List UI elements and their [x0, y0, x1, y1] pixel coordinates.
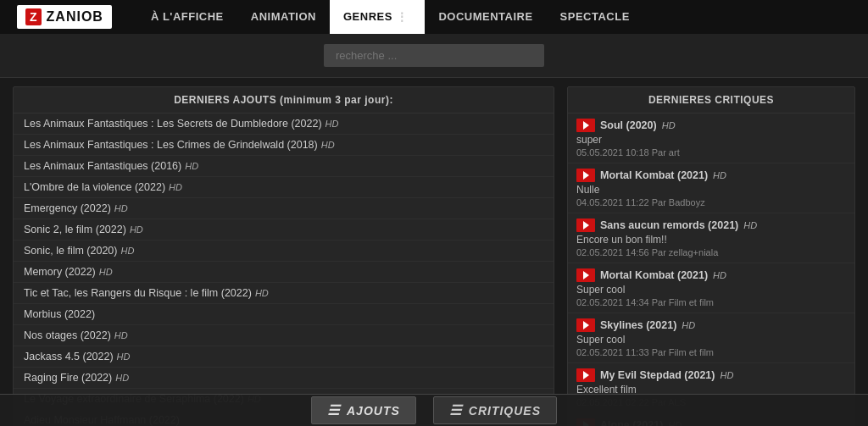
movie-thumbnail [576, 169, 595, 182]
list-item[interactable]: Sonic, le film (2020)HD [14, 241, 554, 262]
list-item[interactable]: Memory (2022)HD [14, 262, 554, 283]
critique-movie-row: Mortal Kombat (2021) HD [576, 268, 846, 282]
critique-movie-title[interactable]: Mortal Kombat (2021) [600, 169, 708, 181]
ajouts-button[interactable]: ☰ AJOUTS [311, 396, 416, 424]
hd-badge: HD [114, 330, 128, 340]
critique-comment: Nulle [576, 184, 846, 196]
critique-item: Sans aucun remords (2021) HD Encore un b… [568, 213, 854, 263]
critique-movie-title[interactable]: Soul (2020) [600, 119, 657, 131]
nav-item-affiche[interactable]: À L'AFFICHE [137, 0, 237, 34]
hd-badge: HD [720, 370, 733, 380]
ajouts-label: AJOUTS [347, 404, 400, 418]
list-item[interactable]: Emergency (2022)HD [14, 198, 554, 219]
logo-icon: Z [25, 8, 42, 25]
movie-title: Sonic 2, le film (2022) [24, 224, 126, 235]
hd-badge: HD [321, 140, 335, 150]
movie-title: Les Animaux Fantastiques : Les Secrets d… [24, 118, 322, 130]
nav-item-genres[interactable]: GENRES ⋮ [330, 0, 425, 34]
critique-meta: 05.05.2021 10:18 Par art [576, 147, 846, 158]
list-item[interactable]: L'Ombre de la violence (2022)HD [14, 177, 554, 198]
nav-item-animation[interactable]: ANIMATION [237, 0, 330, 34]
logo[interactable]: Z ZANIOB [17, 5, 112, 29]
nav-item-spectacle[interactable]: SPECTACLE [547, 0, 643, 34]
hd-badge: HD [713, 170, 726, 180]
nav-genres-dots: ⋮ [392, 0, 412, 34]
play-icon [583, 221, 589, 230]
critique-meta: 02.05.2021 14:56 Par zellag+niala [576, 247, 846, 257]
list-item[interactable]: Nos otages (2022)HD [14, 325, 554, 346]
hd-badge: HD [130, 224, 143, 235]
critique-movie-title[interactable]: My Evil Stepdad (2021) [600, 369, 715, 381]
ajouts-icon: ☰ [327, 402, 340, 418]
list-item[interactable]: Sonic 2, le film (2022)HD [14, 219, 554, 241]
movie-title: L'Ombre de la violence (2022) [24, 181, 165, 193]
critique-movie-row: Mortal Kombat (2021) HD [576, 169, 846, 182]
critique-item: Mortal Kombat (2021) HD Nulle 04.05.2021… [568, 163, 854, 213]
critique-movie-title[interactable]: Sans aucun remords (2021) [600, 219, 738, 231]
movie-thumbnail [576, 219, 595, 232]
logo-text: ZANIOB [47, 9, 103, 25]
list-item[interactable]: Morbius (2022) [14, 304, 554, 325]
movie-thumbnail [576, 318, 595, 332]
critique-movie-title[interactable]: Mortal Kombat (2021) [600, 269, 708, 281]
critique-comment: super [576, 134, 846, 146]
hd-badge: HD [115, 373, 129, 383]
movie-title: Les Animaux Fantastiques (2016) [24, 160, 181, 172]
critiques-label: CRITIQUES [469, 404, 541, 418]
hd-badge: HD [682, 320, 695, 330]
search-area [0, 34, 868, 78]
left-panel: DERNIERS AJOUTS (minimum 3 par jour): Le… [13, 86, 554, 426]
critique-comment: Super cool [576, 284, 846, 296]
movie-title: Nos otages (2022) [24, 329, 111, 341]
movie-title: Tic et Tac, les Rangers du Risque : le f… [24, 287, 252, 299]
hd-badge: HD [169, 182, 182, 192]
critique-item: Mortal Kombat (2021) HD Super cool 02.05… [568, 263, 854, 313]
hd-badge: HD [326, 119, 339, 129]
movie-title: Les Animaux Fantastiques : Les Crimes de… [24, 139, 318, 151]
hd-badge: HD [117, 351, 131, 362]
movie-thumbnail [576, 119, 595, 132]
critique-item: Skylines (2021) HD Super cool 02.05.2021… [568, 313, 854, 363]
movie-title: Memory (2022) [24, 266, 96, 278]
hd-badge: HD [743, 220, 757, 230]
search-input[interactable] [324, 44, 544, 67]
critique-item: Soul (2020) HD super 05.05.2021 10:18 Pa… [568, 113, 854, 163]
play-icon [583, 171, 589, 180]
hd-badge: HD [114, 203, 128, 213]
critiques-icon: ☰ [449, 402, 462, 418]
hd-badge: HD [713, 270, 726, 280]
movie-thumbnail [576, 368, 595, 382]
movie-title: Emergency (2022) [24, 202, 111, 214]
movie-title: Sonic, le film (2020) [24, 245, 117, 257]
list-item[interactable]: Les Animaux Fantastiques : Les Crimes de… [14, 135, 554, 156]
nav-item-documentaire[interactable]: DOCUMENTAIRE [425, 0, 546, 34]
list-item[interactable]: Tic et Tac, les Rangers du Risque : le f… [14, 283, 554, 304]
play-icon [583, 121, 589, 130]
list-item[interactable]: Les Animaux Fantastiques (2016)HD [14, 156, 554, 177]
list-item[interactable]: Jackass 4.5 (2022)HD [14, 346, 554, 368]
play-icon [583, 321, 589, 329]
critique-comment: Encore un bon film!! [576, 234, 846, 246]
play-icon [583, 371, 589, 379]
movie-title: Jackass 4.5 (2022) [24, 351, 114, 362]
hd-badge: HD [255, 288, 269, 298]
bottom-bar: ☰ AJOUTS ☰ CRITIQUES [0, 394, 868, 426]
list-item[interactable]: Raging Fire (2022)HD [14, 368, 554, 389]
critique-meta: 02.05.2021 11:33 Par Film et film [576, 347, 846, 357]
critique-movie-title[interactable]: Skylines (2021) [600, 319, 676, 331]
movie-thumbnail [576, 268, 595, 282]
nav-genres-label: GENRES [343, 0, 392, 34]
main-nav: Z ZANIOB À L'AFFICHE ANIMATION GENRES ⋮ … [0, 0, 868, 34]
right-panel: DERNIERES CRITIQUES Soul (2020) HD super… [567, 86, 855, 426]
main-content: DERNIERS AJOUTS (minimum 3 par jour): Le… [0, 78, 868, 426]
critique-movie-row: Skylines (2021) HD [576, 318, 846, 332]
critique-comment: Super cool [576, 334, 846, 346]
movie-title: Raging Fire (2022) [24, 372, 112, 384]
hd-badge: HD [185, 161, 198, 171]
right-panel-header: DERNIERES CRITIQUES [568, 87, 854, 113]
movie-title: Morbius (2022) [24, 308, 95, 320]
list-item[interactable]: Les Animaux Fantastiques : Les Secrets d… [14, 113, 554, 135]
critiques-button[interactable]: ☰ CRITIQUES [433, 396, 557, 424]
critique-movie-row: Soul (2020) HD [576, 119, 846, 132]
critique-meta: 04.05.2021 11:22 Par Badboyz [576, 197, 846, 207]
